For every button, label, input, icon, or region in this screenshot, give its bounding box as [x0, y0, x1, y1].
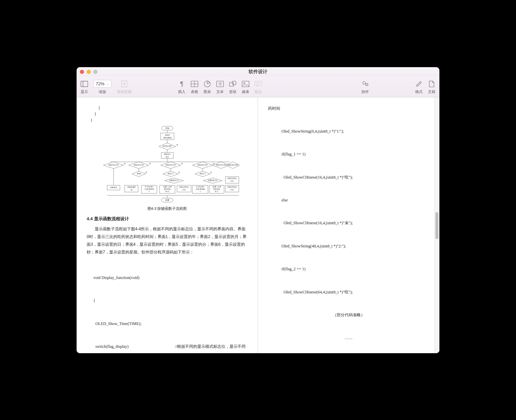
- code-braces: } } }: [87, 105, 248, 124]
- svg-text:键值/指令为6: 键值/指令为6: [227, 164, 238, 166]
- table-button[interactable]: 表格: [191, 79, 198, 94]
- shapes-label: 形状: [229, 89, 236, 94]
- titlebar: 软件设计: [77, 67, 439, 77]
- svg-text:1: 1: [148, 191, 149, 193]
- close-button[interactable]: [80, 70, 84, 74]
- svg-text:设置三次用: 设置三次用: [212, 186, 221, 188]
- svg-point-21: [367, 84, 367, 85]
- maximize-button[interactable]: [93, 70, 97, 74]
- svg-text:1: 1: [200, 191, 201, 193]
- collab-button[interactable]: 协作: [361, 79, 369, 94]
- svg-text:界面0: 界面0: [136, 173, 141, 175]
- svg-text:键值/指令为1: 键值/指令为1: [108, 164, 118, 166]
- svg-text:否: 否: [213, 163, 214, 165]
- svg-text:否: 否: [178, 172, 180, 174]
- document-button[interactable]: 文稿: [428, 79, 435, 94]
- format-button[interactable]: 格式: [415, 79, 423, 94]
- page-right: 药时间 Oled_ShowString(0,4,(uint8_t *)"1:")…: [258, 97, 439, 353]
- svg-text:指令: 指令: [165, 156, 169, 158]
- collab-icon: [361, 79, 369, 89]
- svg-text:切换界面: 切换界面: [110, 187, 117, 189]
- svg-text:分/秒/星期减: 分/秒/星期减: [196, 188, 205, 190]
- document-area[interactable]: } } } 开始 初始化 接收端数据 是否到位置?: [77, 97, 439, 353]
- svg-text:键值/指令为2: 键值/指令为2: [133, 164, 143, 166]
- svg-text:字: 字: [218, 82, 222, 86]
- zoom-label: 缩放: [99, 89, 106, 94]
- svg-text:获取指令: 获取指令: [164, 153, 171, 155]
- svg-text:设置界面1-4: 设置界面1-4: [169, 180, 178, 182]
- table-label: 表格: [191, 89, 198, 94]
- svg-rect-0: [81, 81, 88, 87]
- document-label: 文稿: [428, 89, 435, 94]
- svg-text:界面1-7: 界面1-7: [200, 173, 205, 175]
- code-block-left: void Display_function(void) { OLED_Show_…: [93, 259, 248, 353]
- flowchart-4-3: 开始 初始化 接收端数据 是否到位置? 是 获取指令 指令: [87, 126, 248, 203]
- comment-button: 批注: [255, 79, 262, 94]
- svg-text:否: 否: [181, 163, 182, 165]
- add-page-icon: [121, 79, 127, 89]
- table-icon: [191, 79, 198, 89]
- svg-point-19: [363, 82, 366, 84]
- svg-text:开关: 开关: [230, 180, 234, 182]
- add-page-label: 添加页面: [117, 89, 132, 94]
- svg-text:控制3号药盒: 控制3号药盒: [227, 178, 237, 180]
- svg-text:开关: 开关: [182, 189, 186, 191]
- svg-text:时+1: 时+1: [165, 191, 169, 193]
- media-label: 媒体: [242, 89, 249, 94]
- svg-text:否: 否: [149, 163, 150, 165]
- view-label: 显示: [81, 89, 88, 94]
- shapes-icon: [229, 79, 236, 89]
- svg-text:控制2号药盒: 控制2号药盒: [227, 186, 237, 188]
- chart-icon: [204, 79, 211, 89]
- text-label: 文本: [216, 89, 224, 94]
- scroll-thumb[interactable]: [435, 212, 438, 239]
- chart-button[interactable]: 图表: [204, 79, 211, 94]
- heading-4-4: 4.4 显示函数流程设计: [87, 215, 248, 223]
- insert-button[interactable]: ¶ 插入: [178, 79, 185, 94]
- add-page-button: 添加页面: [117, 79, 132, 94]
- text-button[interactable]: 字 文本: [216, 79, 224, 94]
- svg-text:面: 面: [130, 189, 132, 191]
- svg-text:年/月/日/时/: 年/月/日/时/: [196, 186, 205, 188]
- document-icon: [429, 79, 434, 89]
- text-icon: 字: [216, 79, 224, 89]
- format-icon: [416, 79, 422, 89]
- svg-text:分/秒/星期加: 分/秒/星期加: [144, 188, 154, 190]
- svg-text:开关: 开关: [230, 189, 234, 191]
- first-line-right: 药时间: [268, 105, 429, 112]
- svg-text:设置界面1-4: 设置界面1-4: [208, 180, 217, 182]
- svg-point-13: [232, 81, 236, 85]
- svg-text:¶: ¶: [180, 81, 183, 87]
- svg-text:时-1: 时-1: [215, 191, 218, 193]
- shapes-button[interactable]: 形状: [229, 79, 236, 94]
- svg-text:否: 否: [124, 163, 125, 165]
- app-window: 软件设计 显示 72%⌄ 缩放 添加页面 ¶ 插入: [77, 67, 439, 353]
- collab-label: 协作: [361, 89, 369, 94]
- svg-text:设置三次用: 设置三次用: [163, 186, 171, 188]
- zoom-select[interactable]: 72%⌄ 缩放: [93, 79, 112, 94]
- media-button[interactable]: 媒体: [242, 79, 249, 94]
- svg-text:接收端数据: 接收端数据: [163, 137, 171, 139]
- scrollbar[interactable]: [434, 97, 439, 353]
- comment-icon: [255, 79, 262, 89]
- svg-text:界面1-7: 界面1-7: [168, 173, 173, 175]
- svg-text:药时间的: 药时间的: [213, 188, 220, 190]
- sidebar-icon: [81, 79, 88, 89]
- svg-text:结束: 结束: [165, 199, 169, 201]
- chevron-down-icon: ⌄: [106, 82, 109, 86]
- view-button[interactable]: 显示: [81, 79, 88, 94]
- svg-point-15: [244, 82, 245, 84]
- svg-text:初始化: 初始化: [165, 134, 170, 136]
- format-label: 格式: [415, 89, 423, 94]
- minimize-button[interactable]: [87, 70, 91, 74]
- para-4-4: 显示函数子流程如下图4-4所示，根据不同的显示标志位，显示不同的界面内容。界面0…: [87, 225, 248, 256]
- page-left: } } } 开始 初始化 接收端数据 是否到位置?: [77, 97, 258, 353]
- traffic-lights: [80, 70, 97, 74]
- svg-text:键值/指令为3: 键值/指令为3: [165, 164, 175, 166]
- chart-label: 图表: [204, 89, 211, 94]
- zoom-value: 72%: [96, 81, 104, 86]
- window-title: 软件设计: [249, 69, 267, 75]
- caption-4-3: 图4-3 按键函数子流程图: [87, 205, 248, 212]
- svg-text:键值/指令为5: 键值/指令为5: [216, 164, 226, 166]
- svg-rect-16: [255, 81, 262, 85]
